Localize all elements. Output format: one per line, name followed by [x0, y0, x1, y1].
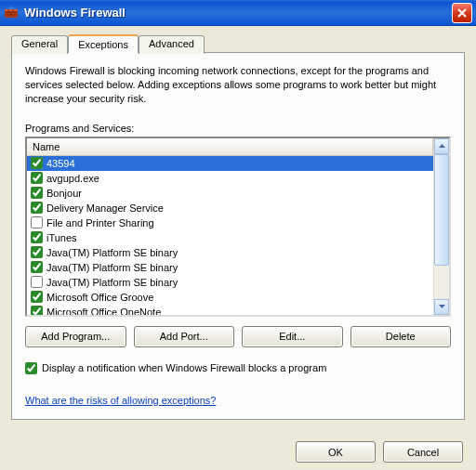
list-item-label: File and Printer Sharing	[46, 217, 154, 228]
notify-label: Display a notification when Windows Fire…	[42, 362, 326, 373]
cancel-button[interactable]: Cancel	[383, 441, 463, 463]
list-item-label: 43594	[46, 158, 75, 169]
tab-strip: General Exceptions Advanced	[11, 33, 465, 52]
list-item[interactable]: Java(TM) Platform SE binary	[27, 260, 433, 275]
window-title: Windows Firewall	[24, 6, 452, 20]
notify-row: Display a notification when Windows Fire…	[25, 362, 451, 374]
list-item-label: Microsoft Office OneNote	[46, 307, 161, 315]
list-item-checkbox[interactable]	[31, 187, 43, 199]
list-item[interactable]: Bonjour	[27, 186, 433, 201]
exceptions-description: Windows Firewall is blocking incoming ne…	[25, 64, 451, 106]
programs-listbox[interactable]: Name 43594avgupd.exeBonjourDelivery Mana…	[25, 137, 451, 317]
list-item[interactable]: iTunes	[27, 230, 433, 245]
list-item-label: iTunes	[46, 232, 77, 243]
list-item[interactable]: Java(TM) Platform SE binary	[27, 275, 433, 290]
ok-button[interactable]: OK	[296, 441, 376, 463]
list-item[interactable]: File and Printer Sharing	[27, 215, 433, 230]
list-item-checkbox[interactable]	[31, 246, 43, 258]
list-item-label: Microsoft Office Groove	[46, 292, 153, 303]
dialog-buttons: OK Cancel	[296, 441, 463, 463]
list-item-label: Delivery Manager Service	[46, 202, 164, 214]
list-item-checkbox[interactable]	[31, 261, 43, 273]
list-item-checkbox[interactable]	[31, 216, 43, 228]
list-item-label: Java(TM) Platform SE binary	[46, 247, 178, 258]
list-item-checkbox[interactable]	[31, 276, 43, 288]
list-item[interactable]: 43594	[27, 156, 433, 171]
add-port-button[interactable]: Add Port...	[134, 326, 235, 347]
scroll-down-button[interactable]	[434, 299, 449, 315]
scroll-up-button[interactable]	[434, 138, 449, 154]
risks-help-link[interactable]: What are the risks of allowing exception…	[25, 395, 216, 406]
list-item-checkbox[interactable]	[31, 231, 43, 243]
list-item[interactable]: Microsoft Office Groove	[27, 290, 433, 305]
list-item[interactable]: avgupd.exe	[27, 171, 433, 186]
scrollbar-thumb[interactable]	[434, 154, 449, 266]
dialog-body: General Exceptions Advanced Windows Fire…	[0, 26, 476, 470]
list-item-label: Java(TM) Platform SE binary	[46, 277, 178, 288]
list-item-label: Java(TM) Platform SE binary	[46, 262, 178, 273]
notify-checkbox[interactable]	[25, 362, 37, 374]
tab-advanced[interactable]: Advanced	[139, 35, 205, 54]
svg-rect-1	[5, 9, 18, 11]
edit-button[interactable]: Edit...	[242, 326, 343, 347]
list-item-checkbox[interactable]	[31, 157, 43, 169]
add-program-button[interactable]: Add Program...	[25, 326, 126, 347]
list-items-container: 43594avgupd.exeBonjourDelivery Manager S…	[27, 156, 433, 315]
scrollbar-track[interactable]	[434, 154, 449, 299]
firewall-icon	[4, 6, 19, 20]
vertical-scrollbar[interactable]	[433, 138, 449, 315]
list-item[interactable]: Delivery Manager Service	[27, 201, 433, 215]
list-item-checkbox[interactable]	[31, 202, 43, 214]
tab-panel-exceptions: Windows Firewall is blocking incoming ne…	[11, 52, 465, 420]
programs-list-label: Programs and Services:	[25, 123, 451, 134]
list-item[interactable]: Microsoft Office OneNote	[27, 305, 433, 315]
list-item-checkbox[interactable]	[31, 306, 43, 315]
list-item-label: Bonjour	[46, 188, 82, 199]
delete-button[interactable]: Delete	[350, 326, 452, 347]
titlebar: Windows Firewall	[0, 0, 476, 26]
list-item-checkbox[interactable]	[31, 291, 43, 303]
list-item-checkbox[interactable]	[31, 172, 43, 184]
tab-exceptions[interactable]: Exceptions	[68, 34, 139, 53]
list-item-label: avgupd.exe	[46, 173, 99, 184]
list-scroll-area: Name 43594avgupd.exeBonjourDelivery Mana…	[27, 138, 433, 315]
list-buttons-row: Add Program... Add Port... Edit... Delet…	[25, 326, 451, 347]
column-header-name[interactable]: Name	[27, 138, 433, 156]
list-item[interactable]: Java(TM) Platform SE binary	[27, 245, 433, 260]
close-button[interactable]	[452, 3, 472, 23]
tab-general[interactable]: General	[11, 35, 68, 54]
